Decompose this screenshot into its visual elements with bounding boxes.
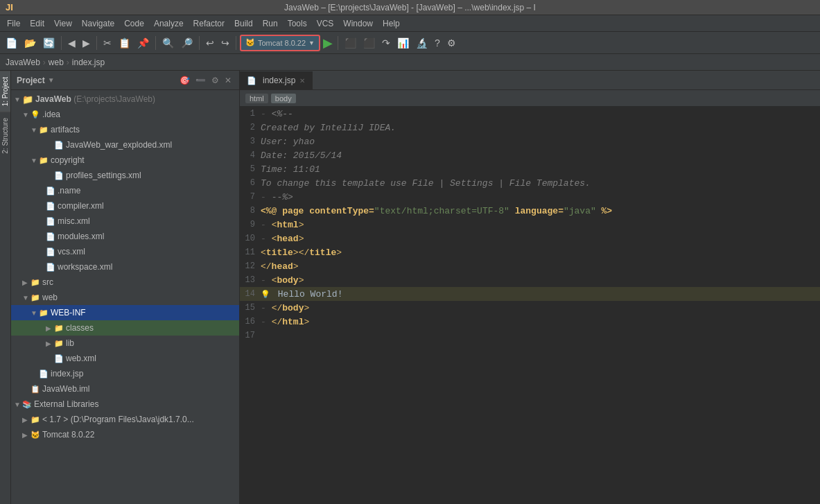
menu-navigate[interactable]: Navigate (78, 17, 119, 30)
run-config-name: Tomcat 8.0.22 (258, 39, 306, 47)
menu-help[interactable]: Help (378, 17, 404, 30)
code-line-12: 12 </head> (240, 259, 820, 273)
run-button[interactable]: ▶ (322, 35, 334, 51)
tree-dotname[interactable]: 📄 .name (11, 183, 239, 198)
toolbar-new[interactable]: 📄 (3, 36, 20, 50)
toolbar-debug-stop[interactable]: ⬛ (360, 36, 378, 50)
toolbar-back[interactable]: ◀ (65, 36, 78, 50)
breadcrumb-item-web[interactable]: web (49, 58, 64, 67)
tree-classes[interactable]: ▶ 📁 classes (11, 320, 239, 336)
dropdown-icon: ▼ (308, 40, 315, 46)
toolbar-debug-start[interactable]: ⬛ (342, 36, 359, 50)
tree-artifacts[interactable]: ▼ 📁 artifacts (11, 122, 239, 137)
menu-bar: File Edit View Navigate Code Analyze Ref… (0, 15, 820, 32)
toolbar-sync[interactable]: 🔄 (40, 36, 58, 50)
project-panel: Project ▼ 🎯 ➖ ⚙ ✕ ▼ 📁 JavaWeb (E:\projec… (11, 71, 240, 504)
code-line-16: 16 - </html> (240, 315, 820, 329)
project-settings-btn[interactable]: ⚙ (209, 75, 221, 86)
editor-tab-name: index.jsp (263, 76, 295, 85)
project-collapse-btn[interactable]: ➖ (193, 75, 208, 86)
toolbar-open[interactable]: 📂 (21, 36, 39, 50)
tree-webxml[interactable]: 📄 web.xml (11, 351, 239, 366)
editor-tab-indexjsp[interactable]: 📄 index.jsp ✕ (240, 71, 313, 89)
code-line-15: 15 - </body> (240, 301, 820, 315)
menu-window[interactable]: Window (339, 17, 377, 30)
file-bc-body[interactable]: body (271, 94, 296, 103)
code-line-6: 6 To change this template use File | Set… (240, 176, 820, 190)
menu-view[interactable]: View (50, 17, 76, 30)
toolbar-undo[interactable]: ↩ (203, 36, 217, 50)
code-line-7: 7 - --%> (240, 190, 820, 204)
tree-idea[interactable]: ▼ 💡 .idea (11, 107, 239, 122)
tree-web[interactable]: ▼ 📁 web (11, 290, 239, 305)
tree-war-exploded[interactable]: 📄 JavaWeb_war_exploded.xml (11, 137, 239, 153)
code-line-17: 17 (240, 329, 820, 342)
menu-refactor[interactable]: Refactor (189, 17, 229, 30)
title-bar-text: JavaWeb – [E:\projects\JavaWeb] - [JavaW… (284, 3, 536, 12)
menu-code[interactable]: Code (120, 17, 148, 30)
tree-workspace[interactable]: 📄 workspace.xml (11, 259, 239, 275)
tree-lib[interactable]: ▶ 📁 lib (11, 336, 239, 351)
menu-run[interactable]: Run (259, 17, 282, 30)
toolbar-cut[interactable]: ✂ (101, 36, 114, 50)
toolbar-coverage[interactable]: 📊 (394, 36, 412, 50)
code-line-4: 4 Date: 2015/5/14 (240, 148, 820, 162)
tree-vcs[interactable]: 📄 vcs.xml (11, 244, 239, 259)
tree-root-javaweb[interactable]: ▼ 📁 JavaWeb (E:\projects\JavaWeb) (11, 92, 239, 107)
code-editor[interactable]: 1 - <%-- 2 Created by IntelliJ IDEA. 3 (240, 107, 820, 504)
title-bar: JI JavaWeb – [E:\projects\JavaWeb] - [Ja… (0, 0, 820, 15)
tree-indexjsp[interactable]: 📄 index.jsp (11, 366, 239, 381)
file-bc-html[interactable]: html (245, 94, 268, 103)
run-config[interactable]: 🐱 Tomcat 8.0.22 ▼ (240, 35, 320, 51)
main-area: 1: Project 2: Structure Project ▼ 🎯 ➖ ⚙ … (0, 71, 820, 504)
tree-modules[interactable]: 📄 modules.xml (11, 229, 239, 244)
menu-vcs[interactable]: VCS (313, 17, 338, 30)
toolbar-inspect[interactable]: 🔬 (413, 36, 430, 50)
toolbar-redo[interactable]: ↪ (218, 36, 232, 50)
side-tabs: 1: Project 2: Structure (0, 71, 11, 504)
code-line-13: 13 - <body> (240, 273, 820, 287)
tree-tomcat[interactable]: ▶ 🐱 Tomcat 8.0.22 (11, 427, 239, 442)
editor-tab-close[interactable]: ✕ (299, 77, 305, 85)
side-tab-project[interactable]: 1: Project (0, 71, 10, 112)
tree-compiler[interactable]: 📄 compiler.xml (11, 198, 239, 214)
project-title-text: Project (17, 76, 45, 85)
toolbar: 📄 📂 🔄 ◀ ▶ ✂ 📋 📌 🔍 🔎 ↩ ↪ 🐱 Tomcat 8.0.22 … (0, 32, 820, 54)
menu-file[interactable]: File (3, 17, 24, 30)
toolbar-sdk[interactable]: ⚙ (444, 36, 459, 50)
toolbar-paste[interactable]: 📌 (134, 36, 152, 50)
menu-analyze[interactable]: Analyze (150, 17, 188, 30)
toolbar-help[interactable]: ? (432, 36, 443, 50)
toolbar-forward[interactable]: ▶ (80, 36, 93, 50)
menu-tools[interactable]: Tools (283, 17, 311, 30)
toolbar-replace[interactable]: 🔎 (178, 36, 195, 50)
tree-copyright[interactable]: ▼ 📁 copyright (11, 153, 239, 168)
toolbar-step-over[interactable]: ↷ (379, 36, 393, 50)
menu-build[interactable]: Build (230, 17, 257, 30)
tree-misc[interactable]: 📄 misc.xml (11, 214, 239, 229)
tree-external-libs[interactable]: ▼ 📚 External Libraries (11, 397, 239, 412)
tree-src[interactable]: ▶ 📁 src (11, 275, 239, 290)
editor-area: 📄 index.jsp ✕ html body 1 - <%-- (240, 71, 820, 504)
file-breadcrumb: html body (240, 90, 820, 107)
warning-icon: 💡 (261, 290, 270, 299)
title-bar-logo: JI (6, 2, 13, 12)
code-line-2: 2 Created by IntelliJ IDEA. (240, 121, 820, 134)
code-line-5: 5 Time: 11:01 (240, 162, 820, 176)
side-tab-structure[interactable]: 2: Structure (0, 112, 10, 159)
breadcrumb-item-javaweb[interactable]: JavaWeb (6, 58, 40, 67)
toolbar-copy[interactable]: 📋 (116, 36, 133, 50)
tomcat-icon: 🐱 (245, 38, 255, 47)
menu-edit[interactable]: Edit (26, 17, 49, 30)
tree-javaweb-iml[interactable]: 📋 JavaWeb.iml (11, 381, 239, 397)
code-line-1: 1 - <%-- (240, 107, 820, 121)
tree-jdk17[interactable]: ▶ 📁 < 1.7 > (D:\Program Files\Java\jdk1.… (11, 412, 239, 427)
tree-profiles-settings[interactable]: 📄 profiles_settings.xml (11, 168, 239, 183)
project-locate-btn[interactable]: 🎯 (177, 75, 192, 86)
code-line-14: 14 💡 Hello World! (240, 287, 820, 301)
breadcrumb-item-index[interactable]: index.jsp (72, 58, 105, 67)
tree-webinf[interactable]: ▼ 📁 WEB-INF (11, 305, 239, 320)
project-hide-btn[interactable]: ✕ (223, 75, 234, 86)
toolbar-find[interactable]: 🔍 (159, 36, 177, 50)
file-tree: ▼ 📁 JavaWeb (E:\projects\JavaWeb) ▼ 💡 .i… (11, 90, 239, 504)
